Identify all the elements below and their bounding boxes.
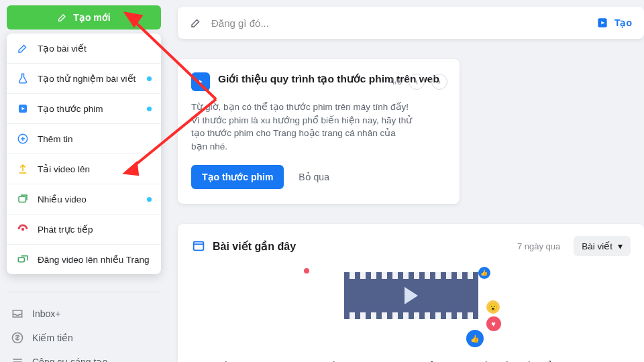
menu-item-label: Tạo bài viết	[38, 43, 87, 54]
pager-next-button[interactable]: ›	[431, 74, 447, 90]
menu-item-label: Đăng video lên nhiều Trang	[38, 254, 150, 265]
plus-circle-icon	[16, 132, 30, 145]
sidebar-item-inbox[interactable]: Inbox+	[7, 302, 161, 326]
menu-item-crosspost[interactable]: Đăng video lên nhiều Trang	[7, 244, 161, 274]
svg-point-3	[21, 228, 25, 231]
composer-create-reel[interactable]: Tạo	[596, 16, 632, 29]
menu-item-test-post[interactable]: Tạo thử nghiệm bài viết	[7, 63, 161, 93]
compose-icon	[57, 12, 68, 23]
create-new-button[interactable]: Tạo mới	[7, 5, 161, 29]
intro-card-pager: 4/6 ‹ ›	[390, 74, 447, 90]
heart-icon: ♥	[486, 316, 501, 331]
flask-icon	[16, 72, 30, 85]
menu-item-label: Nhiều video	[38, 194, 87, 204]
reel-icon	[16, 102, 30, 115]
new-dot-icon	[147, 76, 152, 81]
svg-rect-8	[194, 242, 204, 251]
menu-item-label: Thêm tin	[38, 134, 73, 144]
create-new-label: Tạo mới	[73, 12, 110, 23]
filter-label: Bài viết	[582, 241, 612, 251]
menu-item-add-story[interactable]: Thêm tin	[7, 123, 161, 154]
wow-icon: 😮	[486, 300, 500, 314]
svg-rect-2	[19, 196, 26, 202]
menu-item-upload-video[interactable]: Tải video lên	[7, 154, 161, 184]
sidebar-item-label: Công cụ sáng tạo	[32, 357, 107, 362]
button-label: Bỏ qua	[299, 172, 329, 182]
posts-icon	[191, 239, 206, 253]
menu-item-label: Tạo thử nghiệm bài viết	[38, 73, 136, 84]
divider	[7, 292, 161, 292]
compose-icon	[16, 42, 30, 55]
compose-icon	[190, 17, 202, 29]
videos-icon	[16, 192, 30, 206]
like-icon: 👍	[466, 330, 484, 347]
sidebar: Tạo mới Tạo bài viết Tạo thử nghiệm bài …	[0, 0, 168, 362]
dot-icon	[304, 268, 309, 274]
intro-reels-card: Giới thiệu quy trình tạo thước phim trên…	[178, 59, 460, 204]
recent-posts-card: Bài viết gần đây 7 ngày qua Bài viết ▾ 👍…	[178, 224, 644, 362]
intro-card-body: Từ giờ, bạn có thể tạo thước phim trên m…	[191, 101, 413, 153]
recent-filter-dropdown[interactable]: Bài viết ▾	[574, 236, 631, 256]
menu-item-label: Phát trực tiếp	[38, 224, 93, 235]
sidebar-item-label: Kiếm tiền	[32, 333, 73, 343]
main-content: Đăng gì đó... Tạo Giới thiệu quy trình t…	[178, 0, 644, 362]
reel-icon	[596, 16, 609, 29]
broadcast-icon	[16, 223, 30, 236]
composer-bar[interactable]: Đăng gì đó... Tạo	[178, 7, 644, 39]
menu-item-go-live[interactable]: Phát trực tiếp	[7, 214, 161, 244]
sidebar-item-monetize[interactable]: Kiếm tiền	[7, 326, 161, 350]
menu-item-label: Tạo thước phim	[38, 103, 103, 114]
pager-count: 4/6	[390, 77, 402, 86]
reel-icon	[191, 72, 210, 91]
recent-range: 7 ngày qua	[517, 241, 560, 251]
create-reel-button[interactable]: Tạo thước phim	[191, 165, 284, 189]
sidebar-secondary: Inbox+ Kiếm tiền Công cụ sáng tạo	[7, 292, 161, 362]
tools-icon	[11, 355, 24, 362]
menu-item-label: Tải video lên	[38, 164, 90, 174]
like-icon: 👍	[478, 267, 490, 279]
svg-rect-4	[18, 257, 24, 262]
dollar-icon	[11, 331, 24, 345]
menu-item-create-post[interactable]: Tạo bài viết	[7, 34, 161, 63]
pager-prev-button[interactable]: ‹	[409, 74, 425, 90]
new-dot-icon	[147, 107, 152, 111]
sidebar-item-creative-tools[interactable]: Công cụ sáng tạo	[7, 350, 161, 362]
create-menu: Tạo bài viết Tạo thử nghiệm bài viết Tạo…	[7, 34, 161, 274]
menu-item-bulk-videos[interactable]: Nhiều video	[7, 184, 161, 214]
recent-title: Bài viết gần đây	[213, 240, 296, 253]
skip-button[interactable]: Bỏ qua	[299, 172, 329, 182]
new-dot-icon	[147, 197, 152, 202]
button-label: Tạo thước phim	[202, 172, 273, 182]
chevron-down-icon: ▾	[618, 241, 623, 251]
inbox-icon	[11, 307, 24, 320]
composer-right-label: Tạo	[614, 17, 632, 28]
composer-placeholder: Đăng gì đó...	[211, 17, 586, 29]
sidebar-item-label: Inbox+	[32, 308, 60, 319]
crosspost-icon	[16, 253, 30, 266]
empty-illustration: 👍 👍 ♥ 😮	[304, 268, 519, 349]
upload-icon	[16, 162, 30, 176]
menu-item-create-reel[interactable]: Tạo thước phim	[7, 93, 161, 123]
